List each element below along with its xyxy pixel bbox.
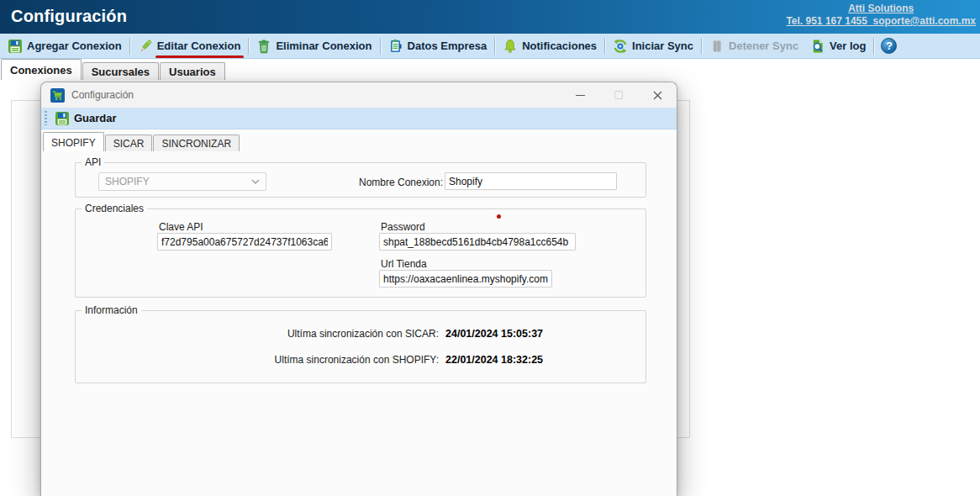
annotation-red-dot	[497, 214, 501, 219]
dialog-toolbar: Guardar	[41, 108, 677, 129]
editar-conexion-button[interactable]: Editar Conexion	[132, 34, 247, 58]
close-button[interactable]	[638, 82, 677, 108]
notificaciones-label: Notificaciones	[522, 40, 597, 52]
configuracion-dialog: Configuración Guardar SHOPIFY SICAR SINC…	[40, 82, 677, 496]
api-group-title: API	[82, 156, 104, 168]
ver-log-label: Ver log	[830, 40, 866, 52]
toolbar-separator	[248, 38, 249, 55]
url-tienda-input[interactable]	[379, 270, 552, 288]
informacion-groupbox: Información Ultíma sincronización con SI…	[75, 310, 646, 383]
log-search-icon	[810, 39, 825, 54]
iniciar-sync-button[interactable]: Iniciar Sync	[607, 34, 699, 58]
toolbar-separator	[380, 38, 381, 55]
vendor-name-link[interactable]: Atti Solutions	[786, 3, 976, 15]
agregar-conexion-label: Agregar Conexion	[27, 40, 122, 52]
agregar-conexion-button[interactable]: Agregar Conexion	[2, 34, 128, 58]
eliminar-conexion-button[interactable]: Eliminar Conexion	[250, 34, 377, 58]
sync-shopify-row: Ultíma sincronización con SHOPIFY: 22/01…	[76, 354, 645, 366]
url-tienda-label: Url Tienda	[381, 258, 427, 270]
sync-sicar-value: 24/01/2024 15:05:37	[445, 328, 543, 340]
app-window: Configuración Atti Solutions Tel. 951 16…	[0, 0, 980, 496]
sync-sicar-row: Ultíma sincronización con SICAR: 24/01/2…	[76, 328, 645, 340]
detener-sync-button: Detener Sync	[703, 34, 804, 58]
guardar-button[interactable]: Guardar	[51, 111, 120, 126]
vendor-contact-link[interactable]: Tel. 951 167 1455 soporte@atti.com.mx	[786, 15, 976, 28]
iniciar-sync-label: Iniciar Sync	[632, 40, 693, 52]
pencil-icon	[138, 39, 153, 54]
dialog-tab-strip: SHOPIFY SICAR SINCRONIZAR	[43, 131, 677, 151]
dialog-title: Configuración	[71, 89, 134, 101]
nombre-conexion-label: Nombre Conexion:	[359, 177, 443, 188]
bell-icon	[503, 39, 518, 54]
tab-sicar[interactable]: SICAR	[105, 135, 153, 151]
api-groupbox: API SHOPIFY Nombre Conexion:	[75, 162, 646, 198]
eliminar-conexion-label: Eliminar Conexion	[276, 40, 371, 52]
dialog-titlebar[interactable]: Configuración	[41, 82, 677, 108]
maximize-button	[599, 82, 638, 108]
sync-icon	[613, 39, 628, 54]
password-input[interactable]	[379, 233, 576, 251]
toolbar-separator	[604, 38, 605, 55]
api-dropdown-value: SHOPIFY	[105, 176, 150, 187]
credenciales-groupbox: Credenciales Clave API Password Url Tien…	[75, 208, 646, 298]
detener-sync-label: Detener Sync	[729, 40, 798, 52]
password-label: Password	[381, 221, 425, 233]
tab-sincronizar[interactable]: SINCRONIZAR	[153, 135, 240, 151]
sync-sicar-label: Ultíma sincronización con SICAR:	[76, 328, 439, 340]
chevron-down-icon	[251, 179, 260, 184]
save-icon	[8, 39, 23, 54]
clave-api-label: Clave API	[159, 221, 203, 233]
datos-empresa-label: Datos Empresa	[408, 40, 487, 52]
toolbar-separator	[129, 38, 130, 55]
api-dropdown: SHOPIFY	[98, 172, 266, 191]
toolbar-grip[interactable]	[45, 111, 47, 125]
clave-api-input[interactable]	[157, 233, 332, 251]
save-icon	[55, 111, 70, 126]
vendor-links: Atti Solutions Tel. 951 167 1455 soporte…	[786, 3, 976, 28]
editar-conexion-label: Editar Conexion	[157, 40, 241, 52]
tab-sucursales[interactable]: Sucursales	[82, 62, 159, 80]
help-button[interactable]: ?	[876, 38, 902, 54]
main-tab-strip: Conexiones Sucursales Usuarios	[1, 59, 226, 80]
tab-shopify[interactable]: SHOPIFY	[43, 132, 104, 151]
trash-icon	[256, 39, 271, 54]
toolbar-separator	[701, 38, 702, 55]
annotation-red-underline	[155, 55, 245, 58]
sync-shopify-label: Ultíma sincronización con SHOPIFY:	[76, 354, 439, 366]
help-icon: ?	[881, 38, 897, 54]
minimize-icon	[576, 95, 585, 96]
main-toolbar: Agregar Conexion Editar Conexion Elimina…	[0, 34, 980, 59]
toolbar-separator	[873, 38, 874, 55]
page-title: Configuración	[11, 7, 127, 26]
sync-shopify-value: 22/01/2024 18:32:25	[445, 354, 543, 366]
nombre-conexion-input[interactable]	[445, 172, 617, 190]
ver-log-button[interactable]: Ver log	[804, 34, 872, 58]
toolbar-separator	[494, 38, 495, 55]
cart-app-icon	[50, 88, 65, 103]
clipboard-icon	[388, 39, 403, 54]
credenciales-group-title: Credenciales	[82, 203, 147, 214]
app-header: Configuración Atti Solutions Tel. 951 16…	[0, 0, 980, 34]
guardar-label: Guardar	[74, 112, 117, 124]
dialog-window-buttons	[561, 82, 677, 108]
maximize-icon	[614, 91, 623, 99]
datos-empresa-button[interactable]: Datos Empresa	[382, 34, 493, 58]
close-icon	[653, 91, 662, 100]
tab-conexiones[interactable]: Conexiones	[1, 59, 82, 80]
notificaciones-button[interactable]: Notificaciones	[497, 34, 603, 58]
stop-sync-icon	[709, 39, 724, 54]
minimize-button[interactable]	[561, 82, 599, 108]
tab-usuarios[interactable]: Usuarios	[160, 62, 225, 80]
informacion-group-title: Información	[82, 304, 141, 316]
